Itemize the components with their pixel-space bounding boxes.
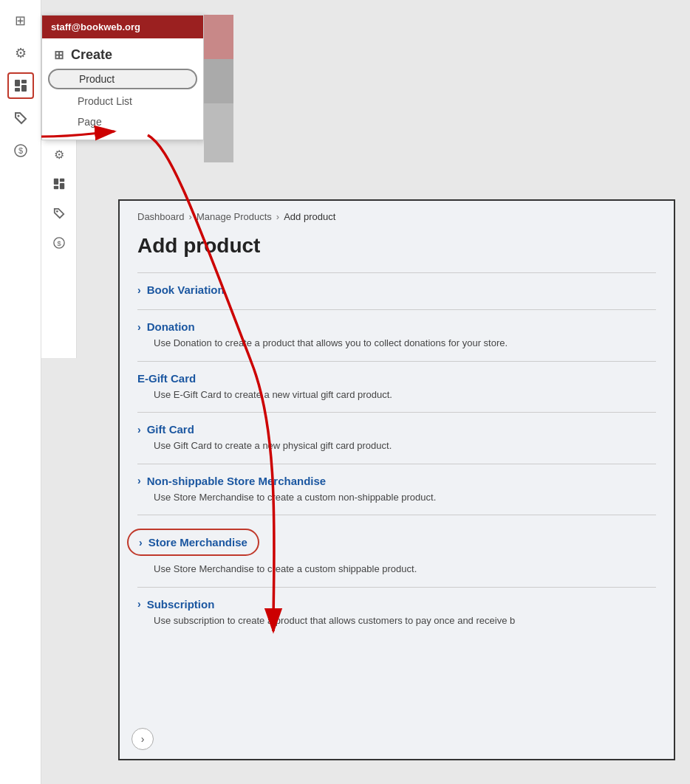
product-desc-donation: Use Donation to create a product that al… [137, 336, 656, 351]
svg-point-11 [56, 210, 58, 213]
breadcrumb: Dashboard › Manage Products › Add produc… [120, 201, 674, 228]
product-title-nonshippable[interactable]: Non-shippable Store Merchandise [147, 475, 327, 487]
product-title-egift[interactable]: E-Gift Card [137, 372, 196, 385]
chevron-nonshippable-icon: › [137, 475, 141, 486]
sidebar-dashboard-icon[interactable]: ⊞ [7, 7, 34, 34]
product-desc-store-merch: Use Store Merchandise to create a custom… [137, 562, 656, 577]
product-item-nonshippable: › Non-shippable Store Merchandise Use St… [137, 464, 656, 515]
product-item-giftcard-header: › Gift Card [137, 423, 656, 436]
product-item-subscription: › Subscription Use subscription to creat… [137, 587, 656, 639]
expand-button[interactable]: › [131, 728, 154, 750]
product-desc-subscription: Use subscription to create a product tha… [137, 613, 656, 628]
chevron-giftcard-icon: › [137, 424, 141, 436]
chevron-donation-icon: › [137, 321, 141, 333]
svg-rect-9 [53, 186, 58, 190]
main-sidebar: ⊞ ⚙ $ [0, 0, 41, 784]
dropdown-product-label: Product [79, 73, 115, 85]
breadcrumb-sep1: › [189, 211, 192, 222]
product-item-header: › Book Variation [137, 283, 656, 296]
svg-rect-3 [21, 85, 27, 92]
chevron-book-variation-icon: › [137, 284, 141, 296]
svg-rect-10 [59, 183, 64, 189]
user-email-bar: staff@bookweb.org [42, 16, 203, 38]
product-title-subscription[interactable]: Subscription [147, 598, 215, 611]
dropdown-panel: staff@bookweb.org ⊞ Create Product Produ… [41, 15, 204, 140]
dropdown-item-productlist[interactable]: Product List [42, 91, 203, 111]
store-merch-highlighted-box[interactable]: › Store Merchandise [127, 529, 259, 556]
product-title-giftcard[interactable]: Gift Card [147, 423, 194, 436]
dropdown-item-page[interactable]: Page [42, 111, 203, 132]
product-item-egift-header: E-Gift Card [137, 372, 656, 385]
thumbnail-strip [204, 15, 233, 162]
product-item-giftcard: › Gift Card Use Gift Card to create a ne… [137, 412, 656, 464]
section-grid-icon: ⊞ [54, 48, 64, 62]
page-title: Add product [120, 228, 674, 272]
breadcrumb-sep2: › [276, 211, 279, 222]
product-item-book-variation: › Book Variation [137, 272, 656, 309]
product-item-egift: E-Gift Card Use E-Gift Card to create a … [137, 361, 656, 413]
svg-rect-7 [53, 179, 58, 185]
svg-point-4 [17, 115, 19, 117]
svg-text:$: $ [18, 146, 22, 155]
sidebar-content-icon[interactable] [7, 72, 34, 99]
product-title-book-variation[interactable]: Book Variation [147, 283, 225, 296]
product-list: › Book Variation › Donation Use Donation… [120, 272, 674, 638]
mini-pricing-icon[interactable]: $ [47, 231, 71, 255]
dropdown-section-title: Create [71, 47, 112, 63]
product-item-nonshippable-header: › Non-shippable Store Merchandise [137, 475, 656, 487]
sidebar-pricing-icon[interactable]: $ [7, 137, 34, 164]
product-item-subscription-header: › Subscription [137, 598, 656, 611]
main-panel: Dashboard › Manage Products › Add produc… [118, 199, 675, 760]
product-item-store-merch-header: › Store Merchandise [137, 526, 656, 559]
product-desc-nonshippable: Use Store Merchandise to create a custom… [137, 490, 656, 505]
breadcrumb-manage-products[interactable]: Manage Products [197, 211, 272, 222]
product-item-store-merch: › Store Merchandise Use Store Merchandis… [137, 515, 656, 587]
expand-icon: › [141, 733, 145, 745]
sidebar-settings-icon[interactable]: ⚙ [7, 40, 34, 66]
mini-content-icon[interactable] [47, 172, 71, 196]
product-desc-egift: Use E-Gift Card to create a new virtual … [137, 388, 656, 402]
dropdown-productlist-label: Product List [78, 95, 132, 107]
sidebar-tags-icon[interactable] [7, 105, 34, 131]
svg-rect-1 [21, 80, 27, 83]
mini-settings-icon[interactable]: ⚙ [47, 142, 71, 166]
dropdown-section-header: ⊞ Create [42, 38, 203, 67]
chevron-subscription-icon: › [137, 598, 141, 610]
product-item-donation-header: › Donation [137, 320, 656, 333]
svg-rect-2 [15, 88, 20, 92]
dropdown-item-product[interactable]: Product [48, 69, 197, 89]
mini-tags-icon[interactable] [47, 202, 71, 225]
product-desc-giftcard: Use Gift Card to create a new physical g… [137, 439, 656, 453]
product-item-donation: › Donation Use Donation to create a prod… [137, 309, 656, 361]
breadcrumb-current: Add product [284, 211, 335, 222]
chevron-store-merch-icon: › [139, 537, 143, 549]
product-title-store-merch[interactable]: Store Merchandise [148, 536, 247, 549]
svg-text:$: $ [57, 239, 61, 247]
breadcrumb-dashboard[interactable]: Dashboard [137, 211, 185, 222]
dropdown-page-label: Page [78, 116, 102, 128]
product-title-donation[interactable]: Donation [147, 320, 195, 333]
mini-sidebar: ⊞ ⚙ $ [41, 107, 77, 358]
svg-rect-8 [59, 179, 64, 182]
svg-rect-0 [15, 80, 20, 86]
